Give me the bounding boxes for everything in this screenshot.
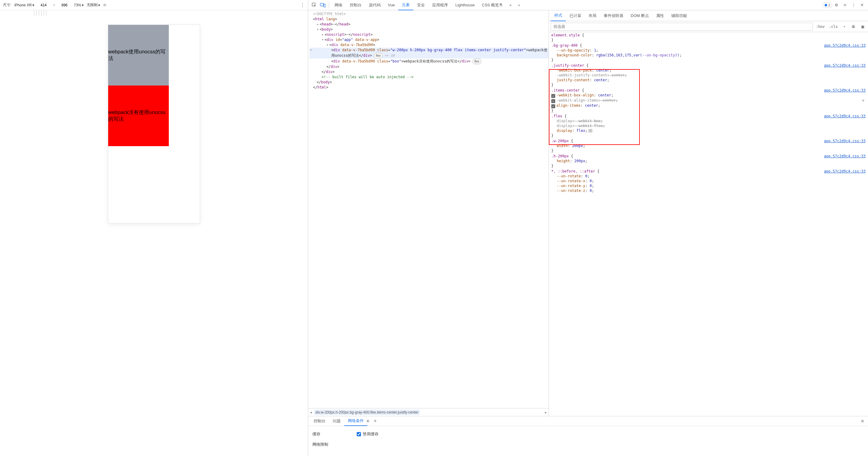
html-close[interactable]: </html> xyxy=(309,85,549,90)
breadcrumb[interactable]: ◂ div.w-200px.h-200px.bg-gray-400.flex.i… xyxy=(308,408,549,416)
more-tabs-icon[interactable]: » xyxy=(506,1,515,9)
checkbox-icon[interactable]: ✓ xyxy=(551,94,555,98)
drawer-body: 缓存 禁用缓存 网络限制 xyxy=(308,426,868,456)
stab-computed[interactable]: 已计算 xyxy=(566,10,585,21)
tab-css-overview[interactable]: CSS 概览 ⚗ xyxy=(478,0,506,10)
cls-toggle[interactable]: .cls xyxy=(828,25,839,29)
issues-pill[interactable]: 2 xyxy=(823,2,832,8)
inspect-icon[interactable] xyxy=(310,1,318,9)
doctype: <!DOCTYPE html> xyxy=(309,11,549,17)
tab-application[interactable]: 应用程序 xyxy=(429,0,452,10)
stab-dombreak[interactable]: DOM 断点 xyxy=(627,10,652,21)
tab-security[interactable]: 安全 xyxy=(413,0,429,10)
drawer-tab-network[interactable]: 网络条件 xyxy=(344,416,367,426)
tab-vue[interactable]: Vue xyxy=(384,0,399,10)
box2-node[interactable]: <div data-v-7ba5bd90 class="box">webpack… xyxy=(309,59,549,64)
add-tab-icon[interactable]: ＋ xyxy=(515,1,523,9)
inner-div-close[interactable]: </div> xyxy=(309,64,549,69)
stab-layout[interactable]: 布局 xyxy=(585,10,600,21)
rule-h200[interactable]: app.57c2d9c4.css:33 .h-200px { height: 2… xyxy=(551,154,866,168)
styles-subtabs: 样式 已计算 布局 事件侦听器 DOM 断点 属性 辅助功能 xyxy=(549,10,868,21)
chevron-right-icon[interactable]: ▸ xyxy=(545,410,547,415)
tab-elements[interactable]: 元素 xyxy=(398,0,413,10)
rule-w200[interactable]: app.57c2d9c4.css:33 .w-200px { width: 20… xyxy=(551,139,866,153)
app-div[interactable]: ▾<div id="app" data-v-app> xyxy=(309,37,549,42)
settings-2-icon[interactable]: ⛭ xyxy=(841,1,849,9)
device-select[interactable]: iPhone XR ▾ xyxy=(14,3,34,7)
tab-lighthouse[interactable]: Lighthouse xyxy=(452,0,478,10)
src-link[interactable]: app.57c2d9c4.css:33 xyxy=(824,139,866,144)
styles-filter-input[interactable] xyxy=(551,23,813,31)
device-frame: webpack使用unocss的写法 webpack没有使用unocss的写法 xyxy=(108,25,200,223)
head-node[interactable]: ▸<head>⋯</head> xyxy=(309,22,549,27)
inner-div[interactable]: ▾<div data-v-7ba5bd90> xyxy=(309,42,549,48)
selected-node[interactable]: <div data-v-7ba5bd90 class="w-200px h-20… xyxy=(309,48,549,59)
drawer-tabs: 控制台 问题 网络条件 ✕ ＋ ✕ xyxy=(308,416,868,426)
height-input[interactable] xyxy=(58,3,71,7)
src-link[interactable]: app.57c2d9c4.css:33 xyxy=(824,43,866,48)
tab-sources[interactable]: 源代码 xyxy=(365,0,384,10)
rule-items-center[interactable]: app.57c2d9c4.css:33 .items-center { ✓-we… xyxy=(551,88,866,113)
stab-styles[interactable]: 样式 xyxy=(551,10,566,21)
checkbox-icon[interactable]: ✓ xyxy=(551,104,555,108)
throttle-row: 网络限制 xyxy=(312,439,864,450)
print-icon[interactable]: 🖶 xyxy=(850,23,857,30)
computed-toggle-icon[interactable]: ▣ xyxy=(859,23,866,30)
drawer-tab-console[interactable]: 控制台 xyxy=(310,416,329,426)
body-close[interactable]: </body> xyxy=(309,80,549,85)
zoom-select[interactable]: 73% ▾ xyxy=(74,3,84,7)
src-link[interactable]: app.57c2d9c4.css:33 xyxy=(824,88,866,93)
hov-toggle[interactable]: :hov xyxy=(815,25,826,29)
stab-properties[interactable]: 属性 xyxy=(652,10,668,21)
add-prop-icon[interactable]: ＋ xyxy=(861,98,866,103)
flex-pill[interactable]: flex xyxy=(472,59,482,64)
tab-console[interactable]: 控制台 xyxy=(346,0,365,10)
styles-body[interactable]: element.style { } app.57c2d9c4.css:33 .b… xyxy=(549,32,868,416)
close-tab-icon[interactable]: ✕ xyxy=(366,419,370,424)
close-drawer-icon[interactable]: ✕ xyxy=(861,419,864,424)
rule-element-style[interactable]: element.style { } xyxy=(551,33,866,42)
flex-editor-icon[interactable] xyxy=(589,129,592,132)
chevron-left-icon[interactable]: ◂ xyxy=(310,410,312,415)
checkbox-icon[interactable]: ✓ xyxy=(551,99,555,103)
red-box-text: webpack没有使用unocss的写法 xyxy=(108,109,169,122)
device-mode-icon[interactable] xyxy=(318,1,327,9)
rule-justify-center[interactable]: app.57c2d9c4.css:33 .justify-center { -w… xyxy=(551,63,866,87)
chevron-down-icon: ▾ xyxy=(82,3,84,7)
app-div-close[interactable]: </div> xyxy=(309,69,549,74)
stab-a11y[interactable]: 辅助功能 xyxy=(668,10,691,21)
throttle-label: 网络限制 xyxy=(312,442,328,447)
stab-listeners[interactable]: 事件侦听器 xyxy=(600,10,627,21)
comment-node[interactable]: <!-- built files will be auto injected -… xyxy=(309,74,549,80)
kebab-icon[interactable]: ⋮ xyxy=(300,2,305,8)
close-icon[interactable]: ✕ xyxy=(858,1,866,9)
rule-star[interactable]: app.57c2d9c4.css:33 *, ::before, ::after… xyxy=(551,169,866,193)
width-input[interactable] xyxy=(37,3,50,7)
rotate-icon[interactable]: ⟲ xyxy=(103,3,106,7)
add-rule-icon[interactable]: ＋ xyxy=(841,23,848,30)
drawer-tab-issues[interactable]: 问题 xyxy=(329,416,344,426)
chevron-down-icon: ▾ xyxy=(98,3,100,7)
flex-pill[interactable]: flex xyxy=(374,53,383,59)
info-dot-icon xyxy=(825,4,827,6)
size-label: 尺寸: xyxy=(3,2,11,7)
dom-tree[interactable]: <!DOCTYPE html> <html lang> ▸<head>⋯</he… xyxy=(308,10,549,408)
src-link[interactable]: app.57c2d9c4.css:33 xyxy=(824,154,866,158)
noscript-node[interactable]: ▸<noscript>⋯</noscript> xyxy=(309,32,549,37)
html-open[interactable]: <html lang> xyxy=(309,17,549,22)
svg-rect-1 xyxy=(320,3,323,6)
throttle-select[interactable]: 无限制 ▾ xyxy=(87,2,100,7)
rule-flex[interactable]: app.57c2d9c4.css:33 .flex { display: -we… xyxy=(551,114,866,138)
add-drawer-tab-icon[interactable]: ＋ xyxy=(370,418,381,424)
src-link[interactable]: app.57c2d9c4.css:33 xyxy=(824,169,866,174)
divider xyxy=(329,2,329,8)
tab-network[interactable]: 网络 xyxy=(331,0,346,10)
src-link[interactable]: app.57c2d9c4.css:33 xyxy=(824,114,866,119)
src-link[interactable]: app.57c2d9c4.css:33 xyxy=(824,63,866,68)
disable-cache-checkbox[interactable]: 禁用缓存 xyxy=(357,431,378,437)
breadcrumb-selected[interactable]: div.w-200px.h-200px.bg-gray-400.flex.ite… xyxy=(314,409,420,415)
body-open[interactable]: ▾<body> xyxy=(309,27,549,32)
kebab-icon[interactable]: ⋮ xyxy=(849,1,858,9)
rule-bg-gray[interactable]: app.57c2d9c4.css:33 .bg-gray-400 { --un-… xyxy=(551,43,866,62)
settings-gear-icon[interactable]: ⚙ xyxy=(832,1,841,9)
